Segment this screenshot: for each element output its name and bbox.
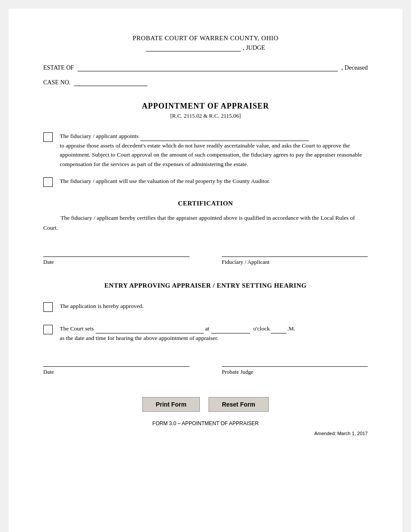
checkbox-1-text: The fiduciary / applicant appoints to ap…: [60, 131, 368, 169]
checkbox-row-2: The fiduciary / applicant will use the v…: [43, 176, 368, 187]
deceased-label: , Deceased: [341, 64, 368, 71]
document-page: PROBATE COURT OF WARREN COUNTY, OHIO , J…: [9, 9, 402, 532]
fiduciary-line: [222, 248, 368, 257]
probate-judge-line: [222, 358, 368, 367]
entry-checkbox-2-text: The Court sets at o'clock.M. as the date…: [60, 324, 368, 343]
entry-section-title: ENTRY APPROVING APPRAISER / ENTRY SETTIN…: [43, 282, 368, 289]
entry-checkbox-row-1: The application is hereby approved.: [43, 301, 368, 312]
print-form-button[interactable]: Print Form: [142, 397, 200, 412]
m-label: .M.: [287, 325, 295, 332]
checkbox-1-prefix: The fiduciary / applicant appoints: [60, 133, 138, 139]
appoints-line[interactable]: [140, 141, 309, 141]
entry-checkbox-section-1: The application is hereby approved.: [43, 301, 368, 312]
buttons-row: Print Form Reset Form: [43, 397, 368, 412]
checkbox-section-2: The fiduciary / applicant will use the v…: [43, 176, 368, 187]
judge-underline: [146, 45, 241, 51]
certification-text: The fiduciary / applicant hereby certifi…: [43, 213, 368, 233]
estate-label: ESTATE OF: [43, 64, 74, 71]
fiduciary-label: Fiduciary / Applicant: [222, 259, 368, 266]
oclock-label: o'clock: [253, 325, 270, 332]
probate-judge-block: Probate Judge: [222, 358, 368, 375]
checkbox-row-1: The fiduciary / applicant appoints to ap…: [43, 131, 368, 169]
fiduciary-block: Fiduciary / Applicant: [222, 248, 368, 266]
checkbox-2-text: The fiduciary / applicant will use the v…: [60, 176, 368, 186]
hearing-suffix: as the date and time for hearing the abo…: [60, 335, 218, 341]
form-amended: Amended: March 1, 2017: [43, 431, 368, 436]
entry-checkbox-1[interactable]: [43, 302, 53, 312]
certification-title: CERTIFICATION: [43, 200, 368, 207]
court-name: PROBATE COURT OF WARREN COUNTY, OHIO: [43, 35, 368, 42]
date-line-2: [43, 358, 189, 367]
signature-section-1: Date Fiduciary / Applicant: [43, 248, 368, 266]
estate-input-line[interactable]: [77, 64, 338, 71]
checkbox-1-body: to appraise those assets of decedent's e…: [60, 142, 362, 167]
reset-form-button[interactable]: Reset Form: [209, 397, 269, 412]
court-sets-prefix: The Court sets: [60, 325, 94, 332]
date-line-1: [43, 248, 189, 257]
estate-row: ESTATE OF , Deceased: [43, 64, 368, 71]
case-no-label: CASE NO.: [43, 79, 71, 86]
form-title-section: APPOINTMENT OF APPRAISER [R.C. 2115.02 &…: [43, 102, 368, 119]
case-no-row: CASE NO.: [43, 79, 368, 86]
checkbox-section-1: The fiduciary / applicant appoints to ap…: [43, 131, 368, 169]
at-line[interactable]: [211, 333, 250, 333]
date-block-1: Date: [43, 248, 189, 266]
date-block-2: Date: [43, 358, 189, 375]
entry-checkbox-row-2: The Court sets at o'clock.M. as the date…: [43, 324, 368, 343]
m-line[interactable]: [271, 333, 286, 333]
judge-line: , JUDGE: [43, 45, 368, 51]
entry-checkbox-1-text: The application is hereby approved.: [60, 301, 368, 311]
document-header: PROBATE COURT OF WARREN COUNTY, OHIO , J…: [43, 35, 368, 51]
form-rc: [R.C. 2115.02 & R.C. 2115.06]: [43, 112, 368, 119]
checkbox-1[interactable]: [43, 132, 53, 142]
date-label-2: Date: [43, 369, 189, 375]
form-main-title: APPOINTMENT OF APPRAISER: [43, 102, 368, 111]
signature-section-2: Date Probate Judge: [43, 358, 368, 375]
entry-checkbox-section-2: The Court sets at o'clock.M. as the date…: [43, 324, 368, 343]
probate-judge-label: Probate Judge: [222, 369, 368, 375]
checkbox-2[interactable]: [43, 177, 53, 187]
date-label-1: Date: [43, 259, 189, 266]
court-sets-line[interactable]: [96, 333, 204, 333]
at-label: at: [205, 325, 209, 332]
form-footer: FORM 3.0 – APPOINTMENT OF APPRAISER: [43, 420, 368, 426]
judge-label: , JUDGE: [243, 45, 265, 51]
case-no-input-line[interactable]: [74, 79, 148, 86]
entry-checkbox-2[interactable]: [43, 325, 53, 334]
